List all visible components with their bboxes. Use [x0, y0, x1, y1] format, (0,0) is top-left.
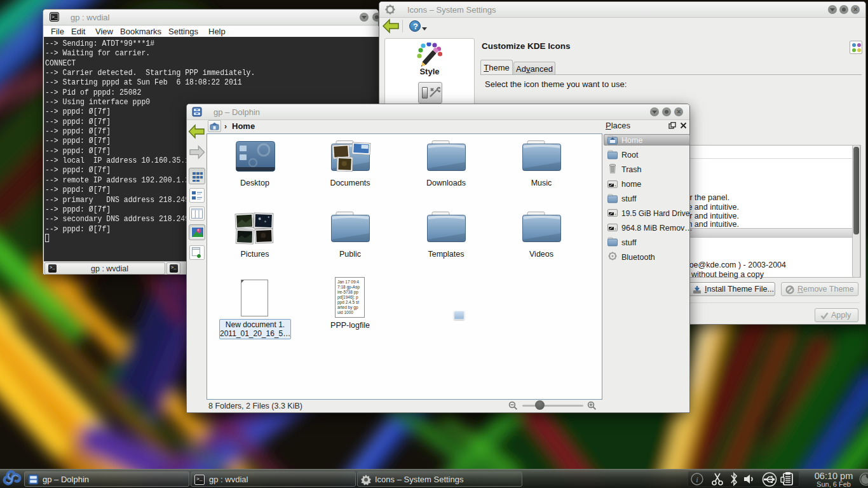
svg-text:i: i	[696, 475, 698, 484]
